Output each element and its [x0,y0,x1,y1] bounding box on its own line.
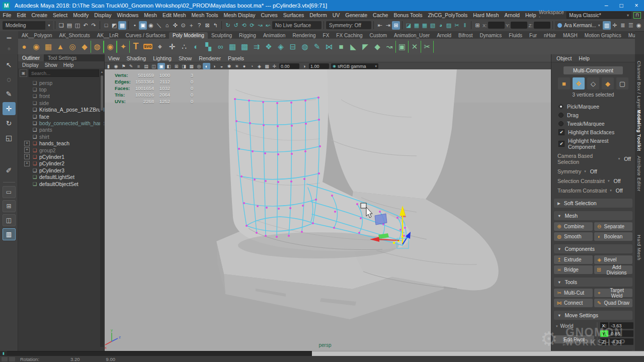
select-by-hierarchy-icon[interactable]: □ [102,21,110,30]
menu-item[interactable]: Create [29,12,50,18]
motion-blur-icon[interactable]: ◒ [218,63,225,69]
shelf-tab[interactable]: AK_Shortcuts [56,32,94,39]
menu-item[interactable]: Mesh Display [221,12,258,18]
subdivide-icon[interactable]: ▩ [238,41,251,53]
layer-editor-toggle-icon[interactable]: ☰ [627,21,635,30]
poly-plane-icon[interactable]: ◆ [78,41,91,53]
rotate-tool-icon[interactable]: ↻ [3,117,16,130]
poke-faces-icon[interactable]: ◆ [371,41,383,53]
outliner-menu-item[interactable]: Show [45,62,57,68]
xray-icon[interactable]: ▦ [188,63,195,69]
edge-mode-icon[interactable]: ◇ [587,77,599,89]
history-option3-icon[interactable]: ↝ [256,21,264,30]
outliner-item[interactable]: + ❑ front [18,93,104,100]
components-section[interactable]: ▼ Components [554,244,632,253]
absolute-transform-icon[interactable]: ⊞ [473,21,481,30]
toolkit-button[interactable]: ◍Smooth [554,232,593,241]
poly-cube-icon[interactable]: ◉ [30,41,42,53]
menu-item[interactable]: Edit Mesh [159,12,189,18]
plugin-shapes-icon[interactable]: ◈ [256,63,263,69]
bookmark-icon[interactable]: ⚑ [120,63,127,69]
menu-item[interactable]: ZhCG_PolyTools [425,12,470,18]
axis-orientation-dropdown[interactable]: ▾ World [554,322,594,330]
uv-mode-icon[interactable]: ▢ [616,77,628,89]
default-material-icon[interactable]: ◨ [180,63,188,69]
toolkit-menu-item[interactable]: Object [556,55,572,61]
sidebar-vertical-tab[interactable]: Hard Mesh [636,235,642,260]
construction-history-off-icon[interactable]: ↺ [232,21,240,30]
snap-to-projected-center-icon[interactable]: ⌂ [163,21,171,30]
toolkit-button[interactable]: ⊕Combine [554,222,593,231]
scroll-up-icon[interactable]: ▲ [100,70,104,73]
shelf-menu-icon[interactable]: ▬ [7,35,12,40]
camera-attributes-icon[interactable]: ◉ [112,63,120,69]
ambient-occlusion-icon[interactable]: ◑ [210,63,218,69]
shelf-tab[interactable]: Sculpting [208,32,235,39]
viewport-menu-item[interactable]: View [105,55,123,61]
render-view-icon[interactable]: ◪ [405,21,413,30]
shaded-mode-icon[interactable]: ▣ [157,63,165,69]
history-option2-icon[interactable]: ⟳ [248,21,256,30]
separate-shelf-icon[interactable]: ✂ [421,41,434,53]
object-mode-icon[interactable]: ■ [558,77,570,89]
humanik-toggle-icon[interactable]: ✛ [611,21,619,30]
toolkit-button[interactable]: ≍Bridge [554,265,593,274]
snap-to-view-planes-icon[interactable]: ✜ [171,21,179,30]
lasso-select-tool-icon[interactable]: ◌ [3,73,16,86]
menu-item[interactable]: Mesh Tools [189,12,221,18]
select-tool-icon[interactable]: ↖ [3,58,16,71]
constraint-dropdown-row[interactable]: Camera Based Selection ▾ Off [551,151,635,166]
menu-item[interactable]: Cache [370,12,391,18]
vertex-mode-icon[interactable]: ❖ [573,77,585,89]
toolkit-button[interactable]: ◈Bevel [594,255,633,264]
select-by-component-icon[interactable]: ▦ [118,21,126,30]
shelf-tab[interactable]: Animation [260,32,289,39]
hypershade-icon[interactable]: ◕ [437,21,445,30]
merge-vertices-icon[interactable]: ∞ [214,41,226,53]
super-shape-icon[interactable]: ✦ [117,41,130,53]
svg-tool-icon[interactable]: SVG [142,41,154,53]
modeling-toolkit-toggle-icon[interactable]: ▥ [603,21,611,30]
wireframe-on-shaded-icon[interactable]: ⊞ [173,63,180,69]
extract-faces-icon[interactable]: ⇉ [251,41,263,53]
center-pivot-icon[interactable]: ⌖ [154,41,166,53]
shelf-tab[interactable]: Custom [366,32,390,39]
append-polygon-icon[interactable]: ◣ [347,41,359,53]
snap-together-icon[interactable]: ＋ [187,21,195,30]
grid-toggle-icon[interactable]: ≡ [135,63,142,69]
shelf-tab[interactable]: Muscle [625,32,635,39]
menu-item[interactable]: UV [330,12,343,18]
menu-item[interactable]: Curves [258,12,280,18]
shelf-tab[interactable]: Bifrost [455,32,476,39]
crease-tool-icon[interactable]: ✎ [311,41,323,53]
viewport-menu-item[interactable]: Show [175,55,195,61]
outliner-item[interactable]: + ❑ defaultObjectSet [18,180,104,187]
toolkit-button[interactable]: ✎Quad Draw [594,299,633,307]
viewport-menu-item[interactable]: Lighting [149,55,175,61]
toolkit-button[interactable]: ⊞Add Divisions [594,265,633,274]
layout-single-pane-icon[interactable]: ▭ [3,186,16,198]
toolkit-button[interactable]: ◐Boolean [594,232,633,241]
menu-item[interactable]: Mesh [141,12,160,18]
workspace-lock-icon[interactable]: ⊓ [633,12,641,19]
poly-torus-icon[interactable]: ◎ [66,41,78,53]
toolkit-button[interactable]: ⊖Separate [594,222,633,231]
z-input[interactable] [534,22,550,29]
mesh-section[interactable]: ▼ Mesh [554,211,632,220]
exposure-icon[interactable]: ✛ [271,63,278,69]
menu-item[interactable]: File [0,12,14,18]
select-camera-icon[interactable]: ▮ [105,63,112,69]
x-input[interactable] [488,22,505,29]
shadows-icon[interactable]: ◐ [203,63,210,69]
outliner-item[interactable]: + ❑ shirt [18,133,104,140]
menu-item[interactable]: Surfaces [280,12,306,18]
toolkit-button[interactable]: ↥Extrude [554,255,593,264]
shelf-tab[interactable]: AK__Polygon [18,32,56,39]
move-tool-icon[interactable]: ✛ [3,102,16,115]
shelf-tab[interactable]: Dynamics [476,32,505,39]
viewport-canvas[interactable]: y x z persp [105,69,551,351]
snap-mode-icon[interactable]: • [131,21,139,30]
duplicate-faces-icon[interactable]: ❖ [263,41,275,53]
outliner-item[interactable]: + ❑ face [18,113,104,120]
reduce-icon[interactable]: ⊟ [287,41,299,53]
